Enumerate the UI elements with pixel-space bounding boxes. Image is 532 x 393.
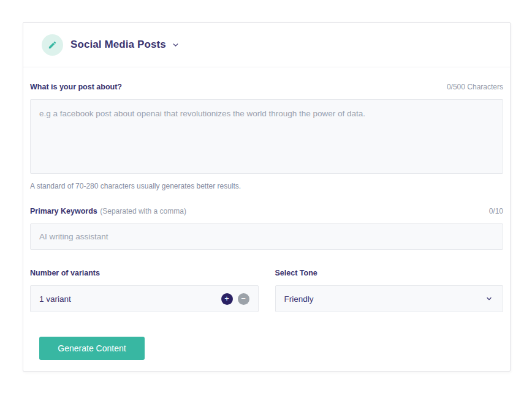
post-about-label: What is your post about? [30, 83, 122, 91]
variants-label: Number of variants [30, 269, 100, 277]
tone-column: Select Tone Friendly [275, 267, 504, 312]
post-about-textarea[interactable] [30, 99, 503, 174]
tone-selected-value: Friendly [284, 294, 486, 304]
generate-content-button[interactable]: Generate Content [39, 337, 145, 360]
tone-label: Select Tone [275, 269, 317, 277]
template-title[interactable]: Social Media Posts [70, 39, 166, 51]
variants-stepper-buttons: + − [221, 293, 249, 305]
pencil-icon [42, 34, 63, 56]
minus-icon: − [241, 294, 246, 302]
tone-select[interactable]: Friendly [275, 285, 504, 312]
chevron-down-icon [485, 295, 493, 302]
keywords-label-hint: (Separated with a comma) [100, 207, 186, 215]
keywords-label-group: Primary Keywords (Separated with a comma… [30, 205, 186, 216]
options-row: Number of variants 1 variant + − Select … [30, 267, 503, 312]
chevron-down-icon[interactable] [172, 41, 180, 49]
card-header: Social Media Posts [23, 23, 510, 67]
variants-value: 1 variant [39, 294, 221, 304]
post-about-char-counter: 0/500 Characters [447, 83, 503, 91]
decrement-variant-button[interactable]: − [238, 293, 249, 305]
variants-column: Number of variants 1 variant + − [30, 267, 259, 312]
increment-variant-button[interactable]: + [221, 293, 233, 305]
plus-icon: + [224, 294, 229, 302]
content-generator-card: Social Media Posts What is your post abo… [23, 22, 511, 372]
keywords-label: Primary Keywords [30, 207, 97, 215]
form-body: What is your post about? 0/500 Character… [23, 83, 510, 360]
keywords-label-row: Primary Keywords (Separated with a comma… [30, 205, 503, 216]
variants-stepper: 1 variant + − [30, 285, 259, 312]
post-about-label-row: What is your post about? 0/500 Character… [30, 83, 503, 91]
post-about-helper-text: A standard of 70-280 characters usually … [30, 182, 503, 190]
keywords-input[interactable] [30, 223, 503, 250]
keywords-counter: 0/10 [489, 207, 503, 215]
